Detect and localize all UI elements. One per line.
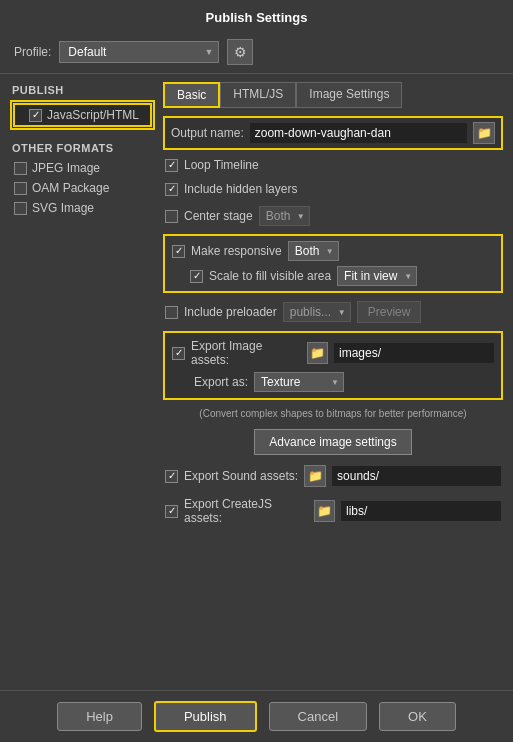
export-sound-row: Export Sound assets: 📁 (163, 463, 503, 489)
tab-image-settings[interactable]: Image Settings (296, 82, 402, 108)
profile-select-wrapper: Default (59, 41, 219, 63)
main-area: PUBLISH JavaScript/HTML OTHER FORMATS JP… (0, 74, 513, 690)
js-html-checkbox[interactable] (29, 109, 42, 122)
loop-timeline-row: Loop Timeline (163, 156, 503, 174)
make-responsive-label: Make responsive (191, 244, 282, 258)
scale-to-fill-row: Scale to fill visible area Fit in view (172, 266, 494, 286)
center-stage-label: Center stage (184, 209, 253, 223)
export-as-row: Export as: Texture (172, 372, 494, 392)
include-hidden-checkbox[interactable] (165, 183, 178, 196)
preview-button[interactable]: Preview (357, 301, 422, 323)
sidebar-item-jpeg[interactable]: JPEG Image (10, 158, 155, 178)
tabs-row: Basic HTML/JS Image Settings (163, 82, 503, 108)
scale-to-fill-checkbox[interactable] (190, 270, 203, 283)
tab-basic[interactable]: Basic (163, 82, 220, 108)
advance-btn-wrapper: Advance image settings (163, 427, 503, 457)
preloader-select-wrapper: publis... (283, 302, 351, 322)
libs-folder-button[interactable]: 📁 (314, 500, 335, 522)
sidebar-item-oam[interactable]: OAM Package (10, 178, 155, 198)
export-as-select[interactable]: Texture (254, 372, 344, 392)
output-name-label: Output name: (171, 126, 244, 140)
include-hidden-row: Include hidden layers (163, 180, 503, 198)
image-assets-section: Export Image assets: 📁 Export as: Textur… (163, 331, 503, 400)
center-stage-row: Center stage Both (163, 204, 503, 228)
help-button[interactable]: Help (57, 702, 142, 731)
content-area: Basic HTML/JS Image Settings Output name… (163, 82, 503, 682)
export-image-row: Export Image assets: 📁 (172, 339, 494, 367)
responsive-section: Make responsive Both Scale to fill visib… (163, 234, 503, 293)
loop-timeline-checkbox[interactable] (165, 159, 178, 172)
export-image-label: Export Image assets: (191, 339, 301, 367)
profile-label: Profile: (14, 45, 51, 59)
export-createjs-checkbox[interactable] (165, 505, 178, 518)
libs-path-input[interactable] (341, 501, 501, 521)
advance-image-settings-button[interactable]: Advance image settings (254, 429, 411, 455)
output-name-row: Output name: 📁 (163, 116, 503, 150)
export-image-checkbox[interactable] (172, 347, 185, 360)
convert-note: (Convert complex shapes to bitmaps for b… (163, 406, 503, 421)
preloader-label: Include preloader (184, 305, 277, 319)
scale-to-fill-label: Scale to fill visible area (209, 269, 331, 283)
svg-checkbox[interactable] (14, 202, 27, 215)
scale-to-fill-select[interactable]: Fit in view (337, 266, 417, 286)
gear-button[interactable]: ⚙ (227, 39, 253, 65)
output-name-input[interactable] (250, 123, 467, 143)
sidebar-item-oam-label: OAM Package (32, 181, 109, 195)
profile-select[interactable]: Default (59, 41, 219, 63)
export-createjs-row: Export CreateJS assets: 📁 (163, 495, 503, 527)
cancel-button[interactable]: Cancel (269, 702, 367, 731)
other-formats-label: OTHER FORMATS (10, 140, 155, 158)
tab-htmljs[interactable]: HTML/JS (220, 82, 296, 108)
publish-button[interactable]: Publish (154, 701, 257, 732)
make-responsive-row: Make responsive Both (172, 241, 494, 261)
other-formats-section: OTHER FORMATS JPEG Image OAM Package SVG… (10, 140, 155, 218)
export-as-select-wrapper: Texture (254, 372, 344, 392)
center-stage-select[interactable]: Both (259, 206, 310, 226)
sidebar-item-svg-label: SVG Image (32, 201, 94, 215)
sidebar-item-jpeg-label: JPEG Image (32, 161, 100, 175)
export-createjs-label: Export CreateJS assets: (184, 497, 308, 525)
preloader-row: Include preloader publis... Preview (163, 299, 503, 325)
sidebar-item-js-html-label: JavaScript/HTML (47, 108, 139, 122)
sidebar-item-js-html[interactable]: JavaScript/HTML (15, 105, 150, 125)
scale-to-fill-select-wrapper: Fit in view (337, 266, 417, 286)
include-hidden-label: Include hidden layers (184, 182, 297, 196)
center-stage-select-wrapper: Both (259, 206, 310, 226)
make-responsive-select-wrapper: Both (288, 241, 339, 261)
export-sound-label: Export Sound assets: (184, 469, 298, 483)
output-folder-button[interactable]: 📁 (473, 122, 495, 144)
sidebar-item-svg[interactable]: SVG Image (10, 198, 155, 218)
sidebar-publish-label: PUBLISH (10, 82, 155, 100)
export-as-label: Export as: (194, 375, 248, 389)
preloader-select[interactable]: publis... (283, 302, 351, 322)
ok-button[interactable]: OK (379, 702, 456, 731)
make-responsive-checkbox[interactable] (172, 245, 185, 258)
images-path-input[interactable] (334, 343, 494, 363)
sidebar-js-html-wrapper: JavaScript/HTML (10, 100, 155, 130)
center-stage-checkbox[interactable] (165, 210, 178, 223)
sidebar: PUBLISH JavaScript/HTML OTHER FORMATS JP… (10, 82, 155, 682)
settings-body: Output name: 📁 Loop Timeline Include hid… (163, 116, 503, 527)
dialog-title: Publish Settings (0, 0, 513, 33)
jpeg-checkbox[interactable] (14, 162, 27, 175)
sounds-path-input[interactable] (332, 466, 501, 486)
sounds-folder-button[interactable]: 📁 (304, 465, 326, 487)
profile-row: Profile: Default ⚙ (0, 33, 513, 73)
images-folder-button[interactable]: 📁 (307, 342, 328, 364)
preloader-checkbox[interactable] (165, 306, 178, 319)
export-sound-checkbox[interactable] (165, 470, 178, 483)
loop-timeline-label: Loop Timeline (184, 158, 259, 172)
oam-checkbox[interactable] (14, 182, 27, 195)
make-responsive-select[interactable]: Both (288, 241, 339, 261)
bottom-bar: Help Publish Cancel OK (0, 690, 513, 742)
